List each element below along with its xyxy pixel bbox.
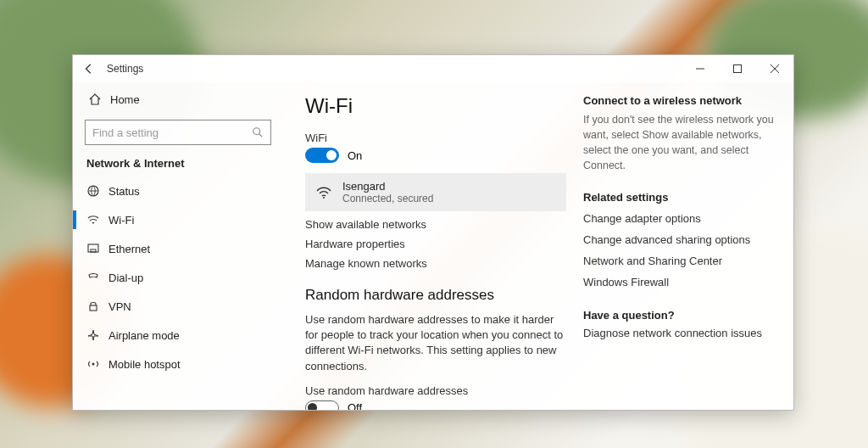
hotspot-icon: [86, 357, 100, 371]
back-button[interactable]: [83, 63, 95, 75]
page-title: Wi-Fi: [305, 94, 566, 118]
ethernet-icon: [86, 242, 100, 255]
sidebar-item-label: Airplane mode: [108, 329, 180, 342]
sidebar-item-label: Ethernet: [108, 243, 150, 255]
search-box[interactable]: [85, 120, 271, 145]
wifi-icon: [86, 213, 100, 227]
network-ssid: Isengard: [342, 180, 433, 193]
sidebar-item-vpn[interactable]: VPN: [85, 292, 271, 321]
titlebar: Settings: [73, 55, 793, 82]
airplane-icon: [86, 328, 100, 342]
svg-point-9: [323, 197, 325, 199]
main-content: Wi-Fi WiFi On Isengard Connected, secure…: [283, 82, 793, 410]
sidebar-item-label: Mobile hotspot: [108, 358, 181, 371]
settings-window: Settings Home: [72, 54, 794, 411]
close-button[interactable]: [756, 55, 793, 82]
link-change-adapter[interactable]: Change adapter options: [583, 212, 778, 225]
window-controls: [682, 55, 793, 82]
aside-connect-body: If you don't see the wireless network yo…: [583, 112, 778, 174]
wifi-section-label: WiFi: [305, 132, 566, 144]
sidebar-item-label: VPN: [108, 300, 131, 313]
sidebar-item-label: Status: [108, 185, 140, 198]
svg-rect-5: [88, 244, 98, 252]
window-title: Settings: [107, 63, 143, 75]
random-hw-heading: Random hardware addresses: [305, 287, 566, 304]
link-manage-known[interactable]: Manage known networks: [305, 257, 566, 270]
svg-line-3: [259, 134, 263, 137]
random-hw-body: Use random hardware addresses to make it…: [305, 312, 566, 374]
sidebar-item-status[interactable]: Status: [85, 176, 271, 205]
network-status: Connected, secured: [342, 193, 433, 204]
sidebar-home-label: Home: [110, 93, 140, 106]
svg-rect-1: [734, 65, 742, 73]
svg-point-2: [253, 128, 260, 135]
vpn-icon: [86, 300, 100, 313]
home-icon: [88, 92, 102, 106]
sidebar-home[interactable]: Home: [85, 86, 271, 113]
current-network-card[interactable]: Isengard Connected, secured: [305, 173, 566, 211]
aside-related-heading: Related settings: [583, 191, 778, 204]
aside-question-heading: Have a question?: [583, 309, 778, 322]
sidebar-item-wifi[interactable]: Wi-Fi: [85, 205, 271, 234]
sidebar-item-label: Dial-up: [108, 272, 143, 284]
sidebar: Home Network & Internet Status Wi-Fi: [73, 82, 283, 410]
sidebar-item-ethernet[interactable]: Ethernet: [85, 234, 271, 263]
sidebar-item-airplane[interactable]: Airplane mode: [85, 321, 271, 350]
svg-rect-7: [90, 305, 97, 311]
link-windows-firewall[interactable]: Windows Firewall: [583, 276, 778, 288]
wifi-toggle[interactable]: [305, 148, 339, 163]
sidebar-item-label: Wi-Fi: [108, 214, 134, 227]
search-input[interactable]: [92, 126, 252, 139]
link-hardware-properties[interactable]: Hardware properties: [305, 238, 566, 250]
search-icon: [252, 126, 264, 138]
minimize-button[interactable]: [682, 55, 719, 82]
wifi-toggle-state: On: [348, 149, 362, 162]
status-icon: [86, 184, 100, 198]
link-diagnose[interactable]: Diagnose network connection issues: [583, 327, 778, 339]
maximize-button[interactable]: [719, 55, 756, 82]
random-hw-toggle[interactable]: [305, 400, 339, 410]
random-hw-toggle-state: Off: [348, 401, 362, 410]
svg-rect-6: [91, 249, 96, 252]
dialup-icon: [86, 271, 100, 284]
random-hw-toggle-label: Use random hardware addresses: [305, 384, 566, 397]
link-show-available[interactable]: Show available networks: [305, 218, 566, 231]
aside-connect-heading: Connect to a wireless network: [583, 94, 778, 107]
link-network-sharing-center[interactable]: Network and Sharing Center: [583, 255, 778, 267]
aside: Connect to a wireless network If you don…: [583, 94, 778, 410]
sidebar-category: Network & Internet: [85, 157, 271, 170]
sidebar-item-hotspot[interactable]: Mobile hotspot: [85, 350, 271, 378]
wifi-signal-icon: [315, 184, 332, 201]
sidebar-item-dialup[interactable]: Dial-up: [85, 263, 271, 292]
link-advanced-sharing[interactable]: Change advanced sharing options: [583, 233, 778, 246]
svg-point-8: [92, 363, 95, 366]
